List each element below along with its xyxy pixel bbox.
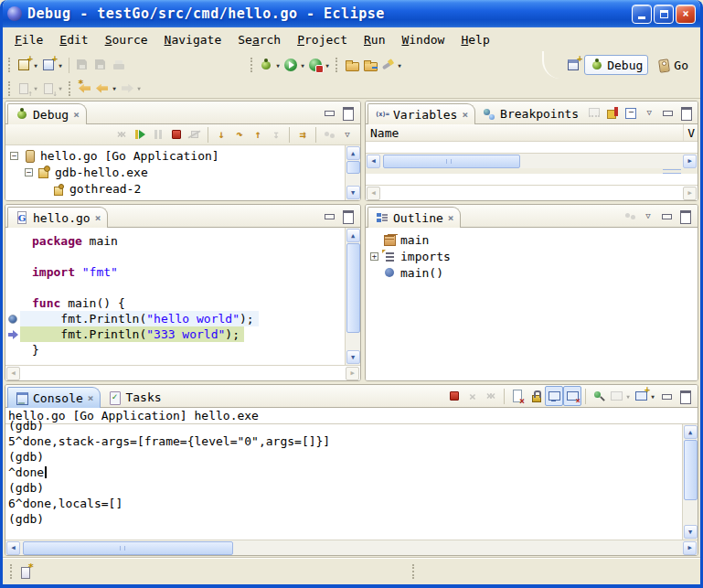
- step-into-button[interactable]: [212, 124, 230, 144]
- new-folder-button[interactable]: [40, 55, 65, 75]
- show-stdout-button[interactable]: [545, 386, 563, 406]
- back-button[interactable]: [94, 79, 119, 99]
- scroll-right-button[interactable]: ▶: [683, 541, 697, 555]
- scrollbar-thumb[interactable]: [346, 161, 360, 174]
- menu-help[interactable]: Help: [453, 31, 497, 48]
- tree-item[interactable]: [5, 197, 345, 200]
- close-window-button[interactable]: ×: [676, 5, 696, 24]
- variables-horizontal-scrollbar[interactable]: ◀ ▶: [366, 153, 698, 168]
- minimize-button[interactable]: [657, 206, 676, 226]
- collapse-icon[interactable]: −: [10, 152, 18, 160]
- maximize-button[interactable]: [676, 102, 695, 123]
- close-icon[interactable]: ×: [95, 212, 101, 224]
- scroll-down-button[interactable]: ▼: [346, 350, 360, 364]
- step-filters-button[interactable]: [293, 124, 312, 144]
- titlebar[interactable]: Debug - testGo/src/cmd/hello.go - Eclips…: [3, 0, 700, 27]
- menu-source[interactable]: Source: [97, 31, 156, 48]
- code-line[interactable]: package main: [5, 233, 345, 249]
- console-horizontal-scrollbar[interactable]: ◀ ▶: [5, 540, 698, 555]
- console-vertical-scrollbar[interactable]: ▲ ▼: [682, 424, 698, 540]
- debug-bug-button[interactable]: [258, 55, 282, 75]
- tab-hello-go[interactable]: hello.go×: [7, 207, 108, 228]
- scrollbar-track[interactable]: [381, 155, 682, 168]
- scroll-up-button[interactable]: ▲: [346, 146, 360, 160]
- tab-variables[interactable]: Variables×: [367, 103, 475, 124]
- code-line[interactable]: import "fmt": [5, 264, 345, 280]
- minimize-button[interactable]: [658, 102, 676, 123]
- terminate-button[interactable]: [445, 386, 463, 406]
- minimize-button[interactable]: [657, 386, 676, 406]
- fast-view-button[interactable]: [17, 561, 36, 582]
- scroll-right-button[interactable]: ▶: [346, 367, 359, 380]
- resume-button[interactable]: [131, 124, 149, 144]
- tab-outline[interactable]: Outline×: [367, 207, 461, 228]
- dropdown-arrow-icon[interactable]: [324, 62, 331, 69]
- close-icon[interactable]: ×: [88, 392, 94, 404]
- dropdown-arrow-icon[interactable]: [299, 62, 306, 69]
- scroll-left-button[interactable]: ◀: [367, 187, 380, 200]
- code-line[interactable]: }: [5, 342, 345, 358]
- open-folder-a-button[interactable]: [343, 55, 361, 75]
- dropdown-arrow-icon[interactable]: [57, 62, 64, 69]
- scroll-up-button[interactable]: ▲: [346, 229, 360, 242]
- editor-horizontal-scrollbar[interactable]: ◀ ▶: [5, 365, 360, 380]
- minimize-button[interactable]: [320, 102, 338, 123]
- detail-horizontal-scrollbar[interactable]: ◀ ▶: [366, 185, 698, 200]
- dropdown-arrow-icon[interactable]: [649, 393, 656, 400]
- clear-console-button[interactable]: [508, 386, 527, 406]
- scroll-down-button[interactable]: ▼: [684, 525, 698, 539]
- editor-vertical-scrollbar[interactable]: ▲ ▼: [345, 228, 360, 365]
- code-line[interactable]: fmt.Println("hello world");: [5, 311, 345, 326]
- tree-item[interactable]: −hello.go [Go Application]: [5, 147, 345, 164]
- menu-run[interactable]: Run: [356, 31, 393, 48]
- tree-item[interactable]: main(): [366, 264, 698, 281]
- scroll-down-button[interactable]: ▼: [346, 186, 360, 199]
- scroll-left-button[interactable]: ◀: [6, 367, 20, 380]
- minimize-window-button[interactable]: [632, 5, 652, 24]
- maximize-button[interactable]: [338, 102, 357, 123]
- dropdown-arrow-icon[interactable]: [274, 62, 282, 69]
- tab-breakpoints[interactable]: Breakpoints: [475, 103, 585, 124]
- scrollbar-track[interactable]: [21, 367, 345, 380]
- scroll-right-button[interactable]: ▶: [683, 155, 697, 168]
- scroll-right-button[interactable]: ▶: [683, 187, 697, 200]
- dropdown-arrow-icon[interactable]: [111, 85, 118, 91]
- menu-project[interactable]: Project: [289, 31, 356, 48]
- perspective-go[interactable]: Go: [652, 55, 693, 75]
- view-menu-button[interactable]: [639, 206, 657, 226]
- open-console-button[interactable]: [633, 386, 657, 406]
- scroll-lock-button[interactable]: [527, 386, 545, 406]
- menu-edit[interactable]: Edit: [51, 31, 96, 48]
- dropdown-arrow-icon[interactable]: [396, 62, 403, 69]
- code-line[interactable]: func main() {: [5, 295, 345, 311]
- flashlight-button[interactable]: [379, 55, 404, 75]
- close-icon[interactable]: ×: [448, 212, 454, 224]
- tree-item[interactable]: gothread-2: [5, 180, 345, 197]
- column-divider[interactable]: [683, 124, 684, 141]
- pin-console-button[interactable]: [590, 386, 608, 406]
- tab-debug[interactable]: Debug×: [7, 103, 87, 124]
- menu-window[interactable]: Window: [393, 31, 453, 48]
- step-return-button[interactable]: [249, 124, 267, 144]
- run-button[interactable]: [282, 55, 307, 75]
- column-name[interactable]: Name: [370, 126, 399, 140]
- maximize-window-button[interactable]: [654, 5, 674, 24]
- tree-item[interactable]: −gdb-hello.exe: [5, 164, 345, 180]
- collapse-all-button[interactable]: [622, 102, 640, 123]
- external-tools-button[interactable]: [307, 55, 332, 75]
- view-menu-button[interactable]: [640, 102, 658, 123]
- scroll-left-button[interactable]: ◀: [6, 541, 20, 555]
- view-menu-button[interactable]: [338, 124, 357, 144]
- scroll-left-button[interactable]: ◀: [367, 155, 380, 168]
- column-value-partial[interactable]: V: [687, 126, 695, 140]
- collapse-icon[interactable]: −: [25, 168, 33, 176]
- breakpoint-icon[interactable]: [5, 315, 20, 324]
- scrollbar-track[interactable]: [21, 541, 682, 555]
- code-editor[interactable]: package mainimport "fmt"func main() { fm…: [5, 228, 345, 365]
- instruction-pointer-icon[interactable]: [5, 330, 20, 339]
- new-wizard-button[interactable]: [16, 55, 40, 75]
- open-perspective-button[interactable]: [564, 55, 582, 75]
- dropdown-arrow-icon[interactable]: [32, 62, 39, 69]
- step-over-button[interactable]: [230, 124, 249, 144]
- debug-tree-scrollbar[interactable]: ▲ ▼: [345, 145, 360, 200]
